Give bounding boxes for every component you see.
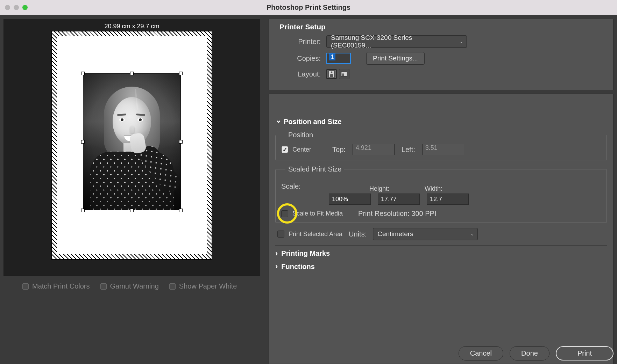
- print-settings-button[interactable]: Print Settings...: [366, 52, 425, 65]
- dialog-footer-buttons: Cancel Done Print: [266, 346, 614, 361]
- width-label: Width:: [425, 185, 467, 192]
- checkbox-icon: [277, 231, 284, 238]
- left-input-value: 3.51: [425, 144, 438, 151]
- resize-handle-top-left[interactable]: [81, 72, 85, 75]
- scaled-print-size-legend: Scaled Print Size: [285, 165, 344, 173]
- printing-marks-section-header[interactable]: Printing Marks: [275, 245, 607, 259]
- scale-to-fit-checkbox[interactable]: Scale to Fit Media: [281, 210, 343, 217]
- disclosure-triangle-collapsed-icon: [275, 249, 278, 258]
- scale-input[interactable]: 100%: [329, 194, 371, 205]
- resize-handle-top[interactable]: [130, 72, 134, 75]
- printer-select[interactable]: Samsung SCX-3200 Series (SEC00159… ⌄: [326, 35, 467, 48]
- checkbox-icon: [169, 283, 176, 290]
- scale-label: Scale:: [281, 182, 301, 190]
- top-input[interactable]: 4.921: [353, 144, 395, 155]
- preview-column: 20.99 cm x 29.7 cm: [3, 19, 264, 364]
- disclosure-triangle-icon: [275, 117, 280, 126]
- top-label: Top:: [332, 146, 346, 154]
- match-print-colors-option[interactable]: Match Print Colors: [22, 282, 90, 290]
- settings-column: Printer Setup Printer: Samsung SCX-3200 …: [264, 19, 617, 364]
- maximize-window-button[interactable]: [22, 5, 28, 10]
- scaled-print-size-group: Scaled Print Size Scale: 100%: [275, 165, 607, 223]
- resize-handle-bottom[interactable]: [130, 209, 134, 212]
- printer-select-value: Samsung SCX-3200 Series (SEC00159…: [331, 34, 455, 49]
- titlebar: Photoshop Print Settings: [0, 0, 617, 15]
- units-select[interactable]: Centimeters ⌄: [373, 228, 478, 240]
- print-resolution-text: Print Resolution: 300 PPI: [358, 210, 436, 218]
- layout-landscape-button[interactable]: [339, 69, 349, 79]
- print-button[interactable]: Print: [556, 346, 614, 361]
- paper-dimensions-label: 20.99 cm x 29.7 cm: [104, 23, 159, 30]
- width-value: 12.7: [430, 196, 442, 203]
- center-checkbox[interactable]: Center: [281, 146, 311, 153]
- window-controls: [5, 5, 28, 10]
- height-label: Height:: [369, 185, 411, 192]
- show-paper-white-option[interactable]: Show Paper White: [169, 282, 237, 290]
- height-input[interactable]: 17.77: [378, 194, 420, 205]
- layout-portrait-button[interactable]: [326, 69, 337, 79]
- position-and-size-section-header[interactable]: Position and Size: [275, 115, 607, 128]
- resize-handle-bottom-right[interactable]: [179, 209, 183, 212]
- print-preview-frame: 20.99 cm x 29.7 cm: [3, 19, 260, 276]
- resize-handle-bottom-left[interactable]: [81, 209, 85, 212]
- copies-input[interactable]: 1: [326, 53, 351, 64]
- gamut-warning-label: Gamut Warning: [110, 282, 159, 290]
- done-button[interactable]: Done: [510, 346, 549, 361]
- preview-options: Match Print Colors Gamut Warning Show Pa…: [22, 282, 264, 290]
- scale-to-fit-label: Scale to Fit Media: [292, 210, 343, 217]
- chevron-down-icon: ⌄: [460, 39, 463, 44]
- functions-heading: Functions: [281, 263, 315, 271]
- units-label: Units:: [349, 230, 367, 238]
- checkbox-icon: [100, 283, 107, 290]
- chevron-down-icon: ⌄: [470, 232, 474, 236]
- functions-section-header[interactable]: Functions: [275, 259, 607, 272]
- image-bounding-box[interactable]: [83, 73, 181, 210]
- cancel-button-label: Cancel: [470, 349, 492, 357]
- resize-handle-top-right[interactable]: [179, 72, 183, 75]
- done-button-label: Done: [521, 349, 538, 357]
- copies-input-value: 1: [329, 53, 335, 60]
- checkbox-icon: [22, 283, 29, 290]
- printing-marks-heading: Printing Marks: [281, 249, 330, 257]
- svg-point-1: [331, 72, 333, 73]
- resize-handle-right[interactable]: [179, 140, 183, 144]
- print-selected-area-checkbox[interactable]: Print Selected Area: [277, 231, 342, 238]
- match-print-colors-label: Match Print Colors: [32, 282, 90, 290]
- width-input[interactable]: 12.7: [427, 194, 469, 205]
- print-button-label: Print: [577, 349, 592, 357]
- position-group: Position Center Top: 4.921 Left: 3.51: [275, 131, 607, 160]
- top-input-value: 4.921: [356, 144, 371, 151]
- cancel-button[interactable]: Cancel: [459, 346, 503, 361]
- gamut-warning-option[interactable]: Gamut Warning: [100, 282, 159, 290]
- units-select-value: Centimeters: [377, 230, 413, 238]
- height-value: 17.77: [381, 196, 397, 203]
- portrait-illustration: [83, 73, 181, 210]
- printer-label: Printer:: [296, 38, 321, 46]
- center-label: Center: [292, 146, 311, 153]
- resize-handle-left[interactable]: [81, 140, 85, 144]
- left-label: Left:: [402, 146, 415, 154]
- checkbox-icon: [281, 210, 288, 217]
- close-window-button[interactable]: [5, 5, 10, 10]
- svg-point-3: [342, 73, 344, 74]
- position-and-size-panel: Position and Size Position Center Top: 4…: [269, 94, 614, 364]
- printer-setup-heading: Printer Setup: [279, 23, 607, 31]
- svg-rect-2: [341, 72, 347, 76]
- checkbox-checked-icon: [281, 146, 288, 153]
- print-selected-area-label: Print Selected Area: [289, 231, 342, 238]
- minimize-window-button[interactable]: [14, 5, 19, 10]
- layout-label: Layout:: [296, 70, 321, 78]
- scale-value: 100%: [332, 196, 348, 203]
- show-paper-white-label: Show Paper White: [179, 282, 237, 290]
- window-title: Photoshop Print Settings: [267, 3, 350, 12]
- position-legend: Position: [285, 131, 316, 139]
- copies-label: Copies:: [296, 54, 321, 63]
- landscape-orientation-icon: [341, 70, 347, 78]
- print-settings-button-label: Print Settings...: [373, 54, 418, 62]
- left-input[interactable]: 3.51: [422, 144, 464, 155]
- position-and-size-heading: Position and Size: [284, 118, 342, 126]
- portrait-orientation-icon: [328, 70, 335, 78]
- disclosure-triangle-collapsed-icon: [275, 262, 278, 271]
- printer-setup-panel: Printer Setup Printer: Samsung SCX-3200 …: [269, 19, 614, 90]
- paper-preview[interactable]: [51, 31, 212, 260]
